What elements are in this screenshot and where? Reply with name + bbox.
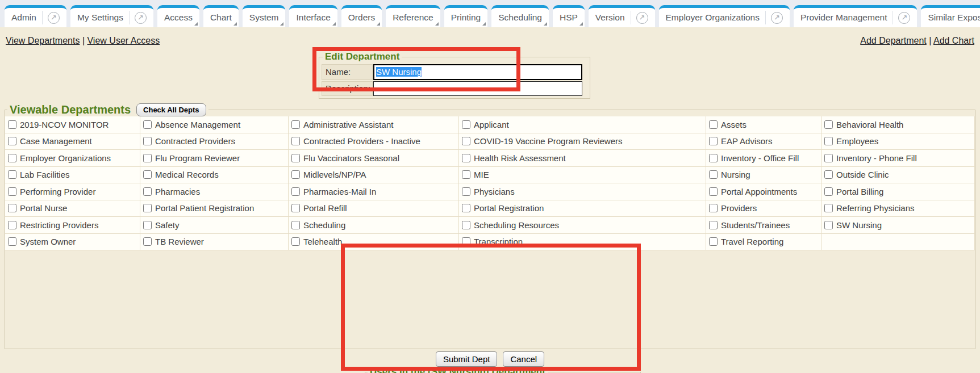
department-cell: Assets xyxy=(706,116,821,133)
check-all-depts-button[interactable]: Check All Depts xyxy=(136,103,206,116)
department-checkbox[interactable] xyxy=(462,221,470,229)
open-in-new-icon[interactable]: ↗ xyxy=(135,12,147,24)
tab-access[interactable]: Access xyxy=(157,5,199,27)
tab-admin[interactable]: Admin↗ xyxy=(5,5,66,27)
department-checkbox[interactable] xyxy=(143,237,152,246)
department-checkbox[interactable] xyxy=(824,154,833,162)
department-checkbox[interactable] xyxy=(709,187,718,196)
add-department-link[interactable]: Add Department xyxy=(860,36,927,45)
department-checkbox[interactable] xyxy=(291,137,300,145)
department-checkbox[interactable] xyxy=(462,170,470,179)
open-in-new-icon[interactable]: ↗ xyxy=(771,12,783,24)
department-checkbox[interactable] xyxy=(709,154,718,162)
tab-employer-organizations[interactable]: Employer Organizations↗ xyxy=(659,5,790,27)
department-checkbox[interactable] xyxy=(824,204,833,212)
tab-printing[interactable]: Printing xyxy=(444,5,488,27)
tab-reference[interactable]: Reference xyxy=(386,5,440,27)
department-checkbox[interactable] xyxy=(8,237,16,246)
department-label: Assets xyxy=(721,120,747,129)
tab-similar-exposure-groups-segs[interactable]: Similar Exposure Groups (SEGs)↗ xyxy=(921,5,980,27)
department-checkbox[interactable] xyxy=(824,221,833,229)
department-checkbox[interactable] xyxy=(8,137,16,145)
department-checkbox[interactable] xyxy=(291,221,300,229)
name-input[interactable]: SW Nursing xyxy=(373,64,582,80)
department-label: Telehealth xyxy=(303,237,342,246)
department-checkbox[interactable] xyxy=(8,221,16,229)
department-label: Transcription xyxy=(474,237,523,246)
department-checkbox[interactable] xyxy=(462,204,470,212)
tab-chart[interactable]: Chart xyxy=(203,5,239,27)
tab-scheduling[interactable]: Scheduling xyxy=(491,5,549,27)
department-checkbox[interactable] xyxy=(143,204,152,212)
department-checkbox[interactable] xyxy=(462,137,470,145)
tab-my-settings[interactable]: My Settings↗ xyxy=(70,5,153,27)
department-checkbox[interactable] xyxy=(709,137,718,145)
department-cell: Pharmacies-Mail In xyxy=(289,183,459,200)
department-checkbox[interactable] xyxy=(143,170,152,179)
department-cell: Travel Reporting xyxy=(706,234,821,251)
department-label: Case Management xyxy=(20,136,92,146)
open-in-new-icon[interactable]: ↗ xyxy=(898,12,910,24)
cancel-button[interactable]: Cancel xyxy=(503,351,544,367)
submit-dept-button[interactable]: Submit Dept xyxy=(436,351,498,367)
tab-label: System xyxy=(249,12,279,23)
tab-label: Version xyxy=(595,12,625,23)
department-checkbox[interactable] xyxy=(143,154,152,162)
department-checkbox[interactable] xyxy=(8,154,16,162)
department-checkbox[interactable] xyxy=(8,170,16,179)
department-cell: Inventory - Phone Fill xyxy=(821,150,975,167)
department-checkbox[interactable] xyxy=(709,221,718,229)
department-checkbox[interactable] xyxy=(709,237,718,246)
tab-label: Admin xyxy=(11,12,36,23)
department-label: Flu Program Reviewer xyxy=(155,153,240,163)
department-checkbox[interactable] xyxy=(8,120,16,129)
department-checkbox[interactable] xyxy=(143,137,152,145)
department-checkbox[interactable] xyxy=(291,237,300,246)
department-label: Absence Management xyxy=(155,120,240,129)
department-checkbox[interactable] xyxy=(824,137,833,145)
dropdown-caret-icon xyxy=(435,22,439,26)
department-cell: Portal Billing xyxy=(821,183,975,200)
department-checkbox[interactable] xyxy=(709,120,718,129)
department-checkbox[interactable] xyxy=(462,154,470,162)
department-checkbox[interactable] xyxy=(8,187,16,196)
department-checkbox[interactable] xyxy=(291,120,300,129)
view-user-access-link[interactable]: View User Access xyxy=(87,36,160,45)
tab-divider xyxy=(893,11,893,24)
tab-label: Access xyxy=(164,12,193,23)
viewable-departments-legend: Viewable Departments Check All Depts xyxy=(7,103,208,116)
department-cell: Pharmacies xyxy=(140,183,289,200)
department-label: Employer Organizations xyxy=(20,153,111,163)
department-checkbox[interactable] xyxy=(824,187,833,196)
open-in-new-icon[interactable]: ↗ xyxy=(48,12,60,24)
department-checkbox[interactable] xyxy=(709,204,718,212)
tab-divider xyxy=(631,11,631,24)
description-input[interactable] xyxy=(373,81,582,96)
department-checkbox[interactable] xyxy=(291,187,300,196)
tab-label: My Settings xyxy=(77,12,123,23)
edit-department-section: Edit Department Name: SW Nursing Descrip… xyxy=(319,51,590,99)
department-checkbox[interactable] xyxy=(291,204,300,212)
department-checkbox[interactable] xyxy=(709,170,718,179)
tab-interface[interactable]: Interface xyxy=(289,5,337,27)
add-chart-link[interactable]: Add Chart xyxy=(933,36,974,45)
tab-hsp[interactable]: HSP xyxy=(553,5,585,27)
tab-orders[interactable]: Orders xyxy=(341,5,382,27)
department-label: Portal Nurse xyxy=(20,203,67,213)
department-checkbox[interactable] xyxy=(462,237,470,246)
open-in-new-icon[interactable]: ↗ xyxy=(636,12,648,24)
department-checkbox[interactable] xyxy=(143,120,152,129)
department-checkbox[interactable] xyxy=(291,154,300,162)
department-checkbox[interactable] xyxy=(143,187,152,196)
department-checkbox[interactable] xyxy=(824,120,833,129)
tab-provider-management[interactable]: Provider Management↗ xyxy=(794,5,918,27)
department-checkbox[interactable] xyxy=(8,204,16,212)
tab-system[interactable]: System xyxy=(243,5,286,27)
view-departments-link[interactable]: View Departments xyxy=(6,36,80,45)
department-checkbox[interactable] xyxy=(291,170,300,179)
department-checkbox[interactable] xyxy=(462,187,470,196)
department-checkbox[interactable] xyxy=(143,221,152,229)
tab-version[interactable]: Version↗ xyxy=(589,5,655,27)
department-checkbox[interactable] xyxy=(462,120,470,129)
department-checkbox[interactable] xyxy=(824,170,833,179)
